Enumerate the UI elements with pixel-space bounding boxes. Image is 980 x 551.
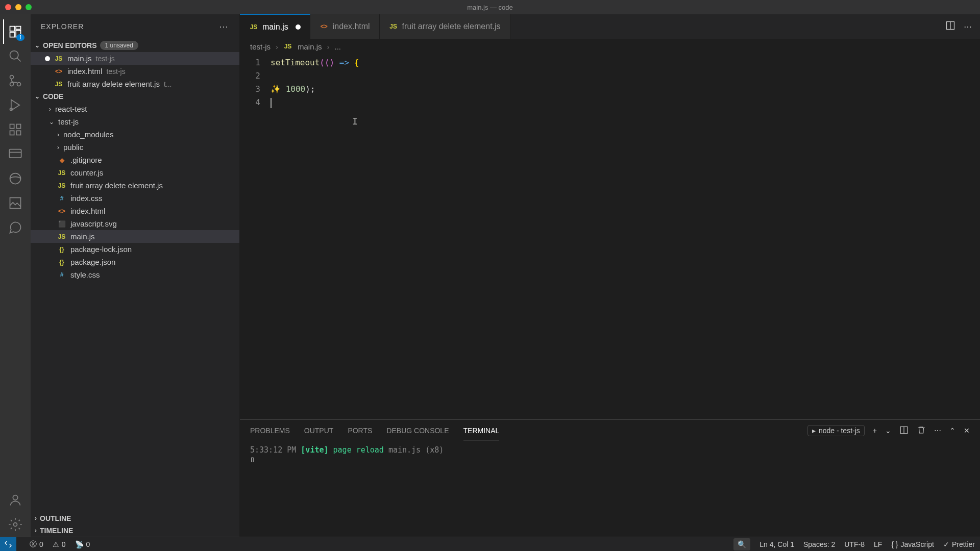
terminal-tab[interactable]: TERMINAL	[463, 421, 500, 440]
file-item[interactable]: <> index.html	[31, 205, 239, 217]
breadcrumb-folder[interactable]: test-js	[250, 42, 271, 51]
source-control-activity-icon[interactable]	[3, 68, 28, 93]
image-activity-icon[interactable]	[3, 191, 28, 215]
open-editors-tree: JS main.js test-js <> index.html test-js…	[31, 52, 239, 90]
debug-console-tab[interactable]: DEBUG CONSOLE	[386, 421, 449, 440]
remote-activity-icon[interactable]	[3, 142, 28, 166]
new-terminal-icon[interactable]: +	[873, 427, 877, 435]
problems-tab[interactable]: PROBLEMS	[250, 421, 290, 440]
svg-rect-9	[16, 131, 20, 135]
folder-name: public	[63, 143, 83, 152]
file-name: package.json	[70, 258, 115, 266]
prettier-status[interactable]: ✓ Prettier	[943, 540, 975, 548]
zoom-status[interactable]: 🔍	[733, 538, 750, 550]
account-activity-icon[interactable]	[3, 488, 28, 512]
ports-tab[interactable]: PORTS	[348, 421, 372, 440]
folder-item[interactable]: › public	[31, 141, 239, 154]
open-editor-item[interactable]: JS main.js test-js	[31, 52, 239, 65]
remote-indicator[interactable]	[0, 537, 16, 552]
sparkle-icon: ✨	[271, 84, 281, 94]
more-actions-icon[interactable]: ⋯	[964, 22, 972, 32]
file-item[interactable]: # style.css	[31, 268, 239, 281]
eol-status[interactable]: LF	[874, 540, 882, 548]
json-file-icon: {}	[57, 259, 66, 266]
explorer-activity-icon[interactable]: 1	[3, 19, 28, 44]
breadcrumb-extra[interactable]: ...	[335, 42, 341, 51]
panel-actions: ▸ node - test-js + ⌄ ⋯ ⌃ ✕	[807, 425, 970, 436]
language-status[interactable]: { } JavaScript	[891, 540, 934, 548]
chevron-down-icon: ⌄	[35, 42, 40, 49]
folder-item[interactable]: › react-test	[31, 103, 239, 115]
close-window-button[interactable]	[5, 4, 11, 10]
debug-activity-icon[interactable]	[3, 93, 28, 117]
editor-tab[interactable]: <> index.html	[310, 14, 380, 39]
panel-tabs: PROBLEMS OUTPUT PORTS DEBUG CONSOLE TERM…	[240, 420, 980, 441]
errors-status[interactable]: ⓧ 0	[30, 540, 43, 549]
warnings-status[interactable]: ⚠ 0	[53, 540, 66, 548]
extensions-activity-icon[interactable]	[3, 117, 28, 142]
file-item[interactable]: JS main.js	[31, 230, 239, 243]
outline-label: OUTLINE	[40, 514, 71, 522]
breadcrumb-file[interactable]: main.js	[298, 42, 322, 51]
open-editors-header[interactable]: ⌄ OPEN EDITORS 1 unsaved	[31, 39, 239, 52]
tab-label: index.html	[333, 22, 370, 31]
maximize-panel-icon[interactable]: ⌃	[949, 427, 955, 435]
file-item[interactable]: ⬛ javascript.svg	[31, 217, 239, 230]
folder-item[interactable]: › node_modules	[31, 128, 239, 141]
file-item[interactable]: JS counter.js	[31, 166, 239, 179]
ports-status[interactable]: 📡 0	[75, 540, 90, 548]
breadcrumb[interactable]: test-js › JS main.js › ...	[240, 39, 980, 54]
file-item[interactable]: ◆ .gitignore	[31, 154, 239, 166]
sidebar-more-icon[interactable]: ⋯	[219, 21, 229, 32]
timeline-section-header[interactable]: › TIMELINE	[31, 524, 239, 537]
search-activity-icon[interactable]	[3, 44, 28, 68]
file-item[interactable]: {} package-lock.json	[31, 243, 239, 256]
code-line[interactable]	[271, 96, 980, 109]
code-line[interactable]: setTimeout(() => {	[271, 56, 980, 69]
file-item[interactable]: {} package.json	[31, 256, 239, 268]
settings-activity-icon[interactable]	[3, 512, 28, 537]
edge-activity-icon[interactable]	[3, 166, 28, 191]
minimize-window-button[interactable]	[15, 4, 21, 10]
tab-bar: JS main.js <> index.html JS fruit array …	[240, 14, 980, 39]
file-name: main.js	[67, 54, 92, 63]
file-path: test-js	[96, 55, 115, 63]
line-number: 2	[240, 69, 260, 83]
terminal-line: 5:33:12 PM [vite] page reload main.js (x…	[250, 445, 970, 455]
file-name: index.html	[67, 67, 102, 76]
outline-section-header[interactable]: › OUTLINE	[31, 512, 239, 524]
editor-tab[interactable]: JS main.js	[240, 14, 310, 39]
encoding-status[interactable]: UTF-8	[844, 540, 865, 548]
chat-activity-icon[interactable]	[3, 215, 28, 240]
code-line[interactable]: ✨ 1000);	[271, 83, 980, 96]
file-item[interactable]: JS fruit array delete element.js	[31, 179, 239, 192]
file-item[interactable]: # index.css	[31, 192, 239, 205]
indentation-status[interactable]: Spaces: 2	[803, 540, 835, 548]
code-section-header[interactable]: ⌄ CODE	[31, 90, 239, 103]
code-editor[interactable]: 1 2 3 4 setTimeout(() => { ✨ 1000); I	[240, 54, 980, 419]
code-line[interactable]	[271, 69, 980, 83]
open-editor-item[interactable]: <> index.html test-js	[31, 65, 239, 78]
css-file-icon: #	[57, 271, 66, 279]
css-file-icon: #	[57, 195, 66, 202]
chevron-right-icon: ›	[276, 42, 278, 51]
timeline-label: TIMELINE	[40, 527, 73, 535]
file-name: .gitignore	[70, 156, 102, 164]
terminal-selector[interactable]: ▸ node - test-js	[807, 425, 865, 436]
output-tab[interactable]: OUTPUT	[304, 421, 334, 440]
terminal-content[interactable]: 5:33:12 PM [vite] page reload main.js (x…	[240, 441, 980, 537]
kill-terminal-icon[interactable]	[917, 425, 926, 436]
maximize-window-button[interactable]	[26, 4, 32, 10]
editor-tab[interactable]: JS fruit array delete element.js	[380, 14, 510, 39]
svg-point-15	[14, 523, 17, 527]
folder-item[interactable]: ⌄ test-js	[31, 115, 239, 128]
split-terminal-icon[interactable]	[899, 425, 909, 436]
close-panel-icon[interactable]: ✕	[964, 427, 970, 435]
svg-rect-7	[16, 124, 20, 129]
chevron-down-icon[interactable]: ⌄	[885, 427, 891, 435]
code-content[interactable]: setTimeout(() => { ✨ 1000); I	[271, 56, 980, 419]
cursor-position[interactable]: Ln 4, Col 1	[760, 540, 794, 548]
open-editor-item[interactable]: JS fruit array delete element.js t...	[31, 78, 239, 90]
more-actions-icon[interactable]: ⋯	[934, 427, 941, 435]
split-editor-icon[interactable]	[945, 20, 955, 33]
